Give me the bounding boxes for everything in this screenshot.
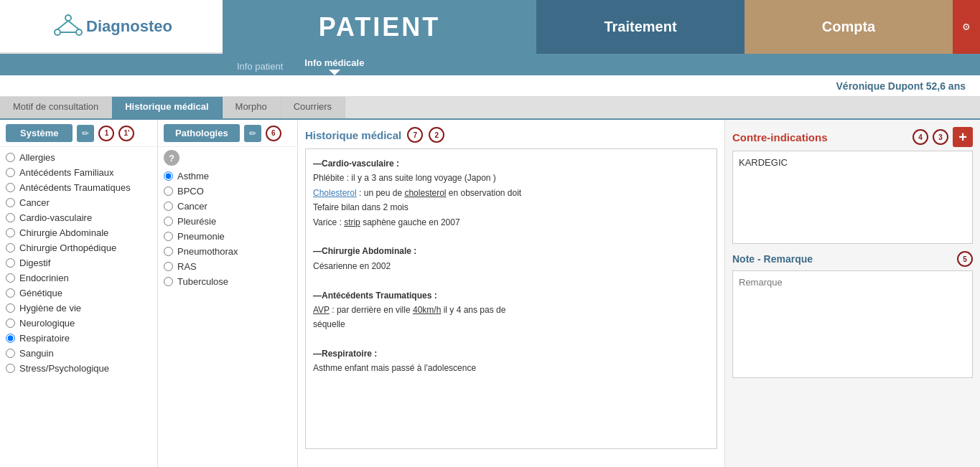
logo-icon [50,12,86,41]
systeme-item[interactable]: Antécédents Familiaux [6,165,151,180]
annotation-7: 7 [407,127,423,143]
tab-motif-consultation[interactable]: Motif de consultation [0,97,112,118]
svg-point-1 [55,29,60,35]
panel-right: Contre-indications 4 3 + KARDEGIC Note -… [725,120,980,467]
pathologies-item[interactable]: Pneumothorax [164,244,291,259]
hist-cardio-line2: Cholesterol : un peu de cholesterol en o… [313,186,709,200]
systeme-item[interactable]: Sanguin [6,346,151,361]
pathologies-item[interactable]: Cancer [164,199,291,214]
annotation-4: 4 [913,129,928,145]
ci-header: Contre-indications 4 3 + [732,127,973,147]
systeme-radio-list: AllergiesAntécédents FamiliauxAntécédent… [0,147,157,379]
systeme-item[interactable]: Endocrinien [6,270,151,286]
systeme-item[interactable]: Cancer [6,195,151,210]
note-header: Note - Remarque 5 [732,251,973,267]
systeme-item[interactable]: Allergies [6,150,151,165]
tab-morpho[interactable]: Morpho [223,97,281,118]
systeme-item[interactable]: Génétique [6,286,151,301]
ci-title: Contre-indications [732,131,828,143]
pathologies-button[interactable]: Pathologies [164,124,240,142]
pathologies-item[interactable]: Pneumonie [164,229,291,244]
systeme-item[interactable]: Neurologique [6,316,151,331]
note-title: Note - Remarque [732,253,813,265]
gear-icon: ⚙ [962,22,971,32]
ci-content[interactable]: KARDEGIC [732,151,973,244]
nav-traitement[interactable]: Traitement [536,0,745,54]
help-button[interactable]: ? [164,150,179,166]
pathologies-item[interactable]: BPCO [164,184,291,199]
hist-trauma-title: —Antécédents Traumatiques : [313,291,437,301]
tab-historique-medical[interactable]: Historique médical [112,97,222,118]
systeme-item[interactable]: Chirurgie Orthopédique [6,240,151,255]
settings-button[interactable]: ⚙ [953,0,980,54]
content-area: Système ✏ 1 1' AllergiesAntécédents Fami… [0,120,980,467]
svg-point-2 [76,29,82,35]
systeme-item[interactable]: Digestif [6,255,151,270]
pathologies-header: Pathologies ✏ 6 [158,120,297,147]
app-logo: Diagnosteo [86,17,172,36]
svg-point-0 [65,15,71,21]
annotation-5: 5 [957,251,973,267]
systeme-item[interactable]: Antécédents Traumatiques [6,180,151,195]
note-textarea[interactable] [732,270,973,378]
patient-name: Véronique Dupont 52,6 ans [836,80,966,92]
main-tabs: Motif de consultation Historique médical… [0,97,980,120]
annotation-3: 3 [933,129,948,145]
pathologies-item[interactable]: RAS [164,259,291,274]
hist-chir-line1: Césarienne en 2002 [313,259,709,273]
systeme-edit-button[interactable]: ✏ [77,125,94,142]
systeme-item[interactable]: Chirurgie Abdominale [6,225,151,240]
historique-content[interactable]: —Cardio-vasculaire : Phlébite : il y a 3… [305,148,717,449]
active-tab-arrow [329,70,340,75]
sub-nav-info-patient[interactable]: Info patient [237,61,283,75]
annotation-1: 1 [98,126,114,141]
contre-indications-section: Contre-indications 4 3 + KARDEGIC [732,127,973,244]
nav-patient[interactable]: PATIENT [223,0,536,54]
patient-info-row: Véronique Dupont 52,6 ans [0,75,980,97]
hist-cardio-title: —Cardio-vasculaire : [313,159,399,169]
panel-historique: Historique médical 7 2 —Cardio-vasculair… [298,120,725,467]
systeme-button[interactable]: Système [6,124,73,142]
note-remarque-section: Note - Remarque 5 [732,251,973,460]
systeme-item[interactable]: Cardio-vasculaire [6,210,151,225]
panel-systeme: Système ✏ 1 1' AllergiesAntécédents Fami… [0,120,158,467]
pathologies-edit-button[interactable]: ✏ [244,125,261,142]
sub-nav-info-medicale[interactable]: Info médicale [304,57,364,70]
systeme-item[interactable]: Respiratoire [6,331,151,346]
annotation-6: 6 [266,126,281,141]
svg-line-4 [68,21,79,29]
hist-trauma-line1: AVP : par derrière en ville 40km/h il y … [313,303,709,317]
historique-title: Historique médical [305,129,401,141]
hist-cardio-line3: Tefaire bilan dans 2 mois [313,200,709,214]
pathologies-item[interactable]: Tuberculose [164,274,291,289]
hist-cardio-line1: Phlébite : il y a 3 ans suite long voyag… [313,171,709,185]
logo-area: Diagnosteo [0,0,223,54]
hist-resp-line1: Asthme enfant mais passé à l'adolescence [313,361,709,375]
pathologies-item[interactable]: Pleurésie [164,214,291,229]
pathologies-radio-list: AsthmeBPCOCancerPleurésiePneumoniePneumo… [158,169,297,289]
pathologies-item[interactable]: Asthme [164,169,291,184]
nav-compta[interactable]: Compta [745,0,953,54]
add-ci-button[interactable]: + [953,127,973,147]
systeme-header: Système ✏ 1 1' [0,120,157,147]
hist-trauma-line2: séquelle [313,317,709,331]
hist-chir-title: —Chirurgie Abdominale : [313,246,416,256]
systeme-item[interactable]: Hygiène de vie [6,301,151,316]
hist-cardio-line4: Varice : strip saphène gauche en 2007 [313,215,709,230]
svg-line-3 [57,21,68,29]
systeme-item[interactable]: Stress/Psychologique [6,361,151,376]
annotation-1prime: 1' [118,126,134,141]
hist-resp-title: —Respiratoire : [313,349,377,359]
tab-courriers[interactable]: Courriers [281,97,345,118]
panel-pathologies: Pathologies ✏ 6 ? AsthmeBPCOCancerPleuré… [158,120,298,467]
annotation-2: 2 [429,127,444,143]
